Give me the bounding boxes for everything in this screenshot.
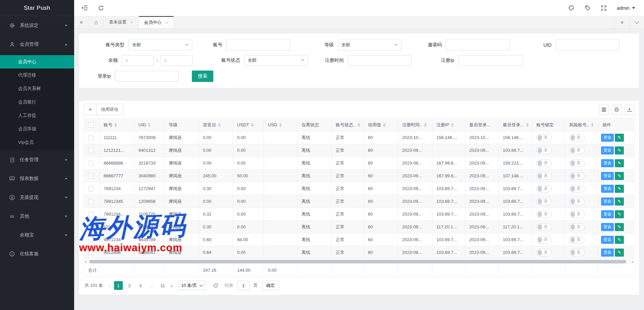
locked-toggle[interactable]: 否 [536, 223, 552, 231]
row-checkbox[interactable] [88, 173, 94, 179]
risk-toggle[interactable]: 否 [569, 249, 585, 256]
sidebar-item-member-relation-tree[interactable]: 会员关系树 [0, 82, 74, 95]
sort-carets-icon[interactable] [218, 123, 221, 127]
refresh-icon[interactable] [98, 5, 104, 11]
sidebar-item-manual-deposit-withdraw[interactable]: 人工存提 [0, 109, 74, 122]
sidebar-item-member-center[interactable]: 会员中心 [0, 55, 74, 69]
sidebar-item-member-bank[interactable]: 会员银行 [0, 95, 74, 109]
locked-toggle[interactable]: 否 [536, 147, 552, 154]
col-header-account_status[interactable]: 账号状态.. [332, 119, 364, 131]
sort-carets-icon[interactable] [451, 123, 454, 127]
theme-palette-icon[interactable] [568, 5, 575, 11]
sort-carets-icon[interactable] [424, 123, 427, 127]
fullscreen-icon[interactable] [601, 5, 607, 11]
close-tab-icon[interactable]: × [166, 20, 168, 25]
edit-button[interactable]: ✎ [615, 172, 624, 180]
row-checkbox[interactable] [88, 135, 94, 140]
sort-carets-icon[interactable] [591, 123, 594, 127]
level-select[interactable]: 全部 [338, 40, 401, 50]
home-tab[interactable]: ⌂ [89, 16, 104, 28]
page-button-2[interactable]: 2 [125, 281, 134, 290]
confirm-button[interactable]: 确定 [262, 281, 279, 290]
col-header-account[interactable]: 账号 [100, 119, 135, 131]
sidebar-item-online-service[interactable]: 在线客服 [0, 245, 74, 263]
sidebar-item-member-management[interactable]: 会员管理 [0, 35, 74, 54]
reg-ip-input[interactable] [458, 55, 523, 66]
col-header-usd[interactable]: USD [264, 119, 298, 131]
export-icon[interactable] [625, 105, 634, 115]
scroll-left-arrow[interactable]: ◂ [85, 260, 86, 263]
page-button-1[interactable]: 1 [114, 281, 123, 290]
sidebar-item-other[interactable]: ∞其他 [0, 207, 74, 226]
per-page-select[interactable]: 10 条/页 [178, 281, 205, 290]
tab-member-center[interactable]: 会员中心 × [139, 16, 174, 28]
add-button[interactable]: + [84, 104, 97, 115]
account-type-select[interactable]: 全部 [128, 40, 192, 50]
locked-toggle[interactable]: 否 [536, 172, 552, 180]
edit-button[interactable]: ✎ [615, 185, 624, 193]
row-checkbox[interactable] [88, 148, 94, 153]
edit-button[interactable]: ✎ [615, 197, 624, 206]
user-menu[interactable]: admin [617, 5, 635, 11]
funds-button[interactable]: 资金 [601, 249, 614, 257]
account-status-select[interactable]: 全部 [244, 55, 308, 66]
credit-evaluation-button[interactable]: 信用评估 [96, 104, 123, 115]
funds-button[interactable]: 资金 [601, 172, 614, 180]
refresh-table-icon[interactable] [213, 283, 218, 288]
search-button[interactable]: 搜索 [192, 71, 213, 82]
edit-button[interactable]: ✎ [615, 223, 624, 231]
sidebar-item-recharge-withdraw[interactable]: 充值提现 [0, 188, 74, 207]
locked-toggle[interactable]: 否 [536, 134, 552, 141]
funds-button[interactable]: 资金 [601, 159, 614, 167]
funds-button[interactable]: 资金 [601, 236, 614, 244]
row-checkbox[interactable] [88, 224, 94, 230]
col-header-usdt[interactable]: USDT [233, 119, 264, 131]
risk-toggle[interactable]: 否 [569, 172, 585, 180]
row-checkbox[interactable] [88, 237, 94, 242]
sort-carets-icon[interactable] [148, 123, 151, 127]
tag-icon[interactable] [585, 5, 591, 11]
collapse-sidebar-icon[interactable] [82, 5, 88, 11]
sidebar-item-system-settings[interactable]: 系统设定 [0, 16, 74, 35]
col-header-reg_time[interactable]: 注册时间.. [398, 119, 432, 131]
row-checkbox[interactable] [88, 186, 94, 191]
edit-button[interactable]: ✎ [615, 249, 624, 257]
scrollbar-thumb[interactable] [89, 260, 626, 263]
col-header-risk[interactable]: 风险账号.. [565, 119, 598, 131]
sort-carets-icon[interactable] [114, 123, 117, 127]
edit-button[interactable]: ✎ [615, 134, 624, 142]
sidebar-item-agent-migration[interactable]: 代理迁移 [0, 69, 74, 82]
funds-button[interactable]: 资金 [601, 210, 614, 218]
locked-toggle[interactable]: 否 [536, 211, 552, 218]
row-checkbox[interactable] [88, 161, 94, 166]
funds-button[interactable]: 资金 [601, 146, 614, 154]
risk-toggle[interactable]: 否 [569, 185, 585, 192]
select-all-checkbox[interactable] [88, 122, 94, 128]
risk-toggle[interactable]: 否 [569, 147, 585, 154]
edit-button[interactable]: ✎ [615, 210, 624, 218]
balance-max-input[interactable] [161, 55, 193, 66]
row-checkbox[interactable] [88, 250, 94, 255]
tabs-scroll-left[interactable]: « [74, 16, 89, 28]
print-icon[interactable] [612, 105, 622, 115]
sort-carets-icon[interactable] [251, 123, 254, 127]
balance-min-input[interactable] [122, 55, 154, 66]
tabs-menu-chevron[interactable] [629, 16, 644, 28]
sidebar-item-yuebao[interactable]: 余额宝 [0, 226, 74, 245]
edit-button[interactable]: ✎ [615, 159, 624, 167]
account-input[interactable] [226, 40, 290, 50]
edit-button[interactable]: ✎ [615, 236, 624, 244]
login-ip-input[interactable] [115, 71, 178, 82]
uid-input[interactable] [555, 40, 619, 50]
col-header-credit[interactable]: 信用值 [364, 119, 398, 131]
funds-button[interactable]: 资金 [601, 197, 614, 206]
funds-button[interactable]: 资金 [601, 134, 614, 142]
risk-toggle[interactable]: 否 [569, 134, 585, 141]
locked-toggle[interactable]: 否 [536, 236, 552, 243]
sort-carets-icon[interactable] [526, 123, 529, 127]
sort-carets-icon[interactable] [279, 123, 282, 127]
col-header-brl[interactable]: 雷亚尔 [199, 119, 233, 131]
locked-toggle[interactable]: 否 [536, 160, 552, 167]
invite-code-input[interactable] [446, 40, 509, 50]
sidebar-item-report-data[interactable]: 报表数据 [0, 169, 74, 188]
